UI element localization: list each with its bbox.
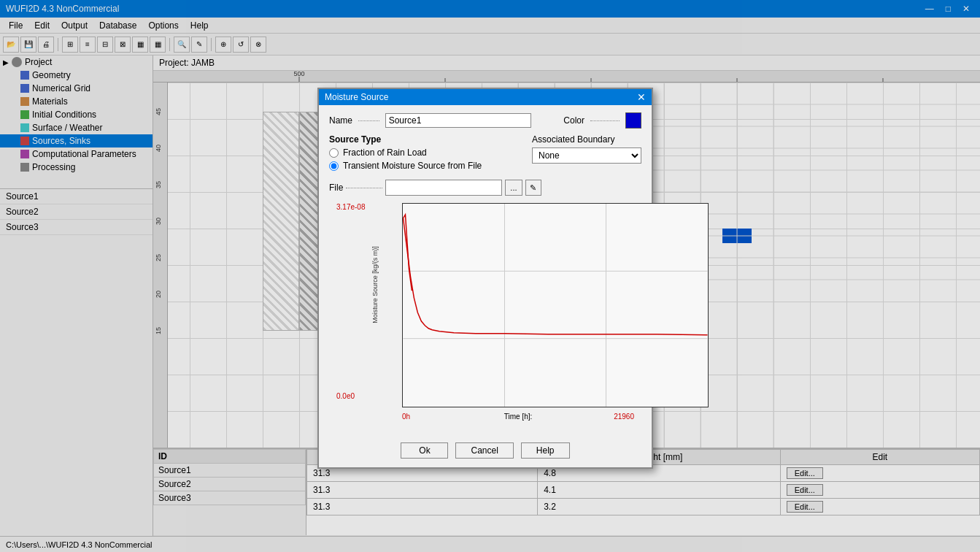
file-browse-button[interactable]: ... (505, 180, 522, 196)
modal-body: Name Color Source Type Fraction of Rain … (319, 105, 652, 437)
ok-button[interactable]: Ok (401, 442, 448, 459)
name-row: Name Color (329, 112, 641, 129)
name-input[interactable] (385, 113, 531, 128)
source-type-section: Source Type Fraction of Rain Load Transi… (329, 134, 482, 174)
modal-title: Moisture Source (325, 92, 388, 102)
file-row: File ... ✎ (329, 180, 641, 196)
color-dots (590, 120, 620, 121)
source-type-label: Source Type (329, 134, 482, 145)
color-swatch[interactable] (625, 112, 641, 129)
x-axis-start: 0h (402, 413, 410, 421)
modal-overlay: Moisture Source ✕ Name Color Source Type (0, 0, 980, 552)
boundary-select[interactable]: None (532, 147, 641, 164)
x-axis-end: 21960 (614, 413, 634, 421)
radio-fraction-rain: Fraction of Rain Load (329, 147, 482, 158)
y-axis-label: Moisture Source [kg/(s m)] (371, 246, 379, 323)
radio-transient-file: Transient Moisture Source from File (329, 161, 482, 171)
moisture-source-dialog: Moisture Source ✕ Name Color Source Type (317, 88, 653, 469)
assoc-boundary-label: Associated Boundary (532, 134, 641, 145)
name-label: Name (329, 115, 352, 126)
modal-title-bar: Moisture Source ✕ (319, 89, 652, 105)
file-dots (346, 188, 382, 188)
name-dots (358, 120, 379, 121)
chart-svg (403, 204, 708, 407)
radio-transient-label: Transient Moisture Source from File (343, 161, 482, 171)
modal-close-button[interactable]: ✕ (637, 92, 646, 102)
radio-fraction-input[interactable] (329, 148, 339, 158)
radio-transient-input[interactable] (329, 161, 339, 171)
file-label: File (329, 183, 343, 193)
radio-fraction-label: Fraction of Rain Load (343, 147, 427, 158)
y-axis-mid: 0.0e0 (336, 392, 355, 400)
y-axis-max: 3.17e-08 (336, 203, 365, 211)
file-input[interactable] (385, 180, 502, 196)
associated-boundary-section: Associated Boundary None (532, 134, 641, 174)
help-button[interactable]: Help (521, 442, 570, 459)
cancel-button[interactable]: Cancel (455, 442, 513, 459)
color-label: Color (563, 115, 584, 126)
x-axis-mid: Time [h]: (504, 413, 533, 421)
type-boundary-row: Source Type Fraction of Rain Load Transi… (329, 134, 641, 174)
modal-footer: Ok Cancel Help (319, 437, 652, 467)
chart-wrapper: 3.17e-08 0.0e0 Moisture Source [kg/(s m)… (402, 203, 634, 407)
chart-container (402, 203, 709, 407)
file-edit-button[interactable]: ✎ (525, 180, 541, 196)
